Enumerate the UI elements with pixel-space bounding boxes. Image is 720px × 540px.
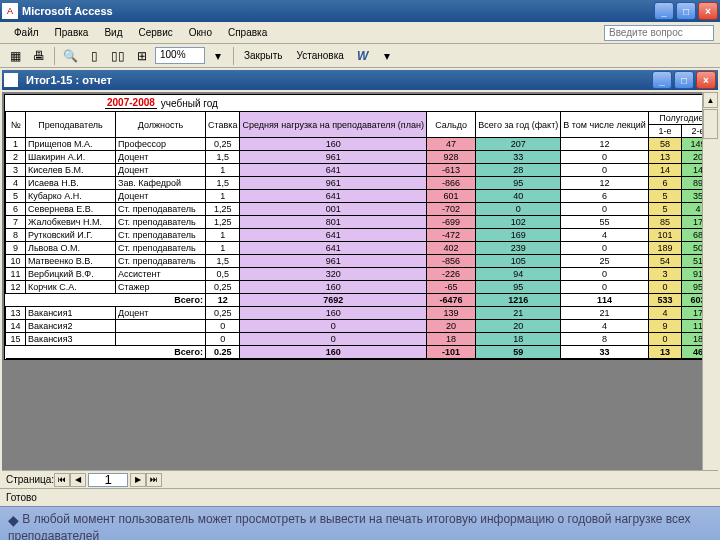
- year-label: учебный год: [161, 98, 218, 109]
- table-row: 5Кубарко А.Н.Доцент1641601406535: [6, 190, 715, 203]
- word-icon[interactable]: W: [352, 46, 374, 66]
- help-search-input[interactable]: [604, 25, 714, 41]
- child-title: Итог1-15 : отчет: [22, 74, 652, 86]
- vertical-scrollbar[interactable]: ▲: [702, 92, 718, 470]
- caption-text: В любой момент пользователь может просмо…: [8, 512, 691, 540]
- minimize-button[interactable]: _: [654, 2, 674, 20]
- table-row: 4Исаева Н.В.Зав. Кафедрой1,5961-86695126…: [6, 177, 715, 190]
- child-close-button[interactable]: ×: [696, 71, 716, 89]
- toolbar-print-icon[interactable]: 🖶: [28, 46, 50, 66]
- table-row: 7Жалобкевич Н.М.Ст. преподаватель1,25801…: [6, 216, 715, 229]
- menu-view[interactable]: Вид: [96, 25, 130, 40]
- access-icon: A: [2, 3, 18, 19]
- toolbar-view-icon[interactable]: ▦: [4, 46, 26, 66]
- child-minimize-button[interactable]: _: [652, 71, 672, 89]
- scroll-up-icon[interactable]: ▲: [703, 92, 718, 108]
- toolbar: ▦ 🖶 🔍 ▯ ▯▯ ⊞ 100% ▾ Закрыть Установка W …: [0, 44, 720, 68]
- menu-file[interactable]: Файл: [6, 25, 47, 40]
- summary-label: Всего:: [6, 294, 206, 307]
- col-balance: Сальдо: [426, 112, 475, 138]
- table-row: 3Киселев Б.М.Доцент1641-6132801414: [6, 164, 715, 177]
- col-num: №: [6, 112, 26, 138]
- page-label: Страница:: [6, 474, 54, 485]
- close-preview-button[interactable]: Закрыть: [238, 48, 289, 63]
- table-row: 8Рутковский И.Г.Ст. преподаватель1641-47…: [6, 229, 715, 242]
- dropdown-icon[interactable]: ▾: [376, 46, 398, 66]
- child-maximize-button[interactable]: □: [674, 71, 694, 89]
- report-table: № Преподаватель Должность Ставка Средняя…: [5, 111, 715, 359]
- first-page-icon[interactable]: ⏮: [54, 473, 70, 487]
- dropdown-icon[interactable]: ▾: [207, 46, 229, 66]
- col-teacher: Преподаватель: [26, 112, 116, 138]
- table-row: 15Вакансия30018188018: [6, 333, 715, 346]
- table-row: 14Вакансия20020204911: [6, 320, 715, 333]
- zoom-combo[interactable]: 100%: [155, 47, 205, 64]
- table-row: 12Корчик С.А.Стажер0,25160-65950095: [6, 281, 715, 294]
- bullet-icon: ◆: [8, 512, 19, 528]
- page-navigator: Страница: ⏮ ◀ ▶ ⏭: [2, 470, 718, 488]
- col-avg-load: Средняя нагрузка на преподавателя (план): [240, 112, 426, 138]
- table-row: 1Прищепов М.А.Профессор0,251604720712581…: [6, 138, 715, 151]
- table-row: 11Вербицкий В.Ф.Ассистент0,5320-22694039…: [6, 268, 715, 281]
- toolbar-twopage-icon[interactable]: ▯▯: [107, 46, 129, 66]
- app-title: Microsoft Access: [22, 5, 654, 17]
- maximize-button[interactable]: □: [676, 2, 696, 20]
- col-sem1: 1-е: [648, 125, 681, 138]
- report-icon: [4, 73, 18, 87]
- menubar: Файл Правка Вид Сервис Окно Справка: [0, 22, 720, 44]
- last-page-icon[interactable]: ⏭: [146, 473, 162, 487]
- next-page-icon[interactable]: ▶: [130, 473, 146, 487]
- year-range: 2007-2008: [105, 97, 157, 109]
- setup-button[interactable]: Установка: [291, 48, 350, 63]
- col-position: Должность: [116, 112, 206, 138]
- table-row: 10Матвеенко В.В.Ст. преподаватель1,5961-…: [6, 255, 715, 268]
- app-titlebar: A Microsoft Access _ □ ×: [0, 0, 720, 22]
- prev-page-icon[interactable]: ◀: [70, 473, 86, 487]
- table-row: 13Вакансия1Доцент0,251601392121417: [6, 307, 715, 320]
- summary-row-2: Всего: 0.25 160 -101 59 33 13 46: [6, 346, 715, 359]
- toolbar-multipage-icon[interactable]: ⊞: [131, 46, 153, 66]
- slide-caption: ◆ В любой момент пользователь может прос…: [0, 506, 720, 540]
- toolbar-zoom-icon[interactable]: 🔍: [59, 46, 81, 66]
- menu-help[interactable]: Справка: [220, 25, 275, 40]
- summary-row-1: Всего: 12 7692 -6476 1216 114 533 603: [6, 294, 715, 307]
- statusbar: Готово: [0, 488, 720, 506]
- col-rate: Ставка: [206, 112, 240, 138]
- report-viewport: ▲ 2007-2008 учебный год № Преподаватель …: [2, 92, 718, 470]
- col-total-year: Всего за год (факт): [476, 112, 561, 138]
- summary-label: Всего:: [6, 346, 206, 359]
- scroll-thumb[interactable]: [703, 109, 718, 139]
- child-titlebar: Итог1-15 : отчет _ □ ×: [2, 70, 718, 90]
- menu-window[interactable]: Окно: [181, 25, 220, 40]
- col-lections: В том числе лекций: [561, 112, 649, 138]
- table-row: 2Шакирин А.И.Доцент1,59619283301320: [6, 151, 715, 164]
- toolbar-onepage-icon[interactable]: ▯: [83, 46, 105, 66]
- page-input[interactable]: [88, 473, 128, 487]
- report-page: 2007-2008 учебный год № Преподаватель До…: [4, 94, 716, 360]
- status-text: Готово: [6, 492, 37, 503]
- menu-service[interactable]: Сервис: [130, 25, 180, 40]
- menu-edit[interactable]: Правка: [47, 25, 97, 40]
- table-row: 9Львова О.М.Ст. преподаватель16414022390…: [6, 242, 715, 255]
- close-button[interactable]: ×: [698, 2, 718, 20]
- table-row: 6Севернева Е.В.Ст. преподаватель1,25001-…: [6, 203, 715, 216]
